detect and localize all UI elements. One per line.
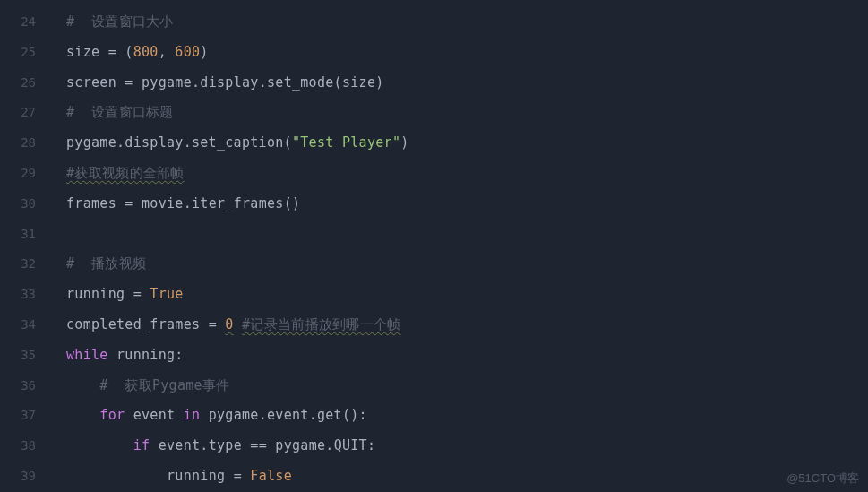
operator: =: [209, 316, 217, 332]
code-token: pygame.QUIT:: [267, 437, 375, 453]
code-line[interactable]: size = (800, 600): [66, 38, 868, 68]
code-token: event.type: [150, 437, 250, 453]
code-token: movie.iter_frames(): [133, 195, 301, 211]
keyword: while: [66, 347, 108, 363]
comment-text: # 设置窗口标题: [66, 104, 174, 120]
number-literal: 0: [225, 316, 233, 332]
space: [217, 316, 225, 332]
comment-text: #记录当前播放到哪一个帧: [242, 316, 401, 332]
code-token: pygame.display.set_mode(size): [133, 74, 384, 91]
line-number-gutter: 24 25 26 27 28 29 30 31 32 33 34 35 36 3…: [0, 0, 48, 492]
code-token: size: [66, 44, 108, 60]
code-token: completed_frames: [66, 316, 209, 332]
comment-text: # 播放视频: [66, 255, 146, 272]
line-number: 34: [0, 310, 36, 341]
code-line[interactable]: completed_frames = 0 #记录当前播放到哪一个帧: [66, 310, 868, 341]
line-number: 37: [0, 401, 36, 431]
line-number: 36: [0, 371, 36, 401]
code-line[interactable]: pygame.display.set_caption("Test Player"…: [66, 128, 868, 159]
code-token: ): [200, 44, 208, 60]
code-token: screen: [66, 74, 125, 91]
comment-text: #获取视频的全部帧: [66, 165, 185, 181]
operator: =: [125, 74, 133, 91]
keyword: if: [133, 437, 150, 453]
code-token: (: [116, 44, 133, 60]
line-number: 26: [0, 68, 36, 99]
constant: True: [150, 286, 183, 302]
code-token: ,: [159, 44, 176, 60]
code-line[interactable]: [66, 220, 868, 250]
string-literal: "Test Player": [292, 134, 400, 151]
constant: False: [250, 468, 292, 484]
line-number: 30: [0, 189, 36, 220]
line-number: 35: [0, 341, 36, 371]
code-token: ): [400, 134, 408, 151]
indent: [66, 407, 99, 423]
comment-text: # 获取Pygame事件: [99, 377, 229, 393]
indent: [66, 437, 133, 453]
space: [242, 468, 250, 484]
code-line[interactable]: while running:: [66, 341, 868, 371]
keyword: in: [184, 407, 201, 423]
line-number: 32: [0, 249, 36, 280]
line-number: 29: [0, 159, 36, 189]
space: [234, 316, 242, 332]
code-token: frames: [66, 195, 125, 211]
operator: =: [108, 44, 116, 60]
code-line[interactable]: screen = pygame.display.set_mode(size): [66, 68, 868, 99]
indent: [66, 377, 99, 393]
code-line[interactable]: running = True: [66, 280, 868, 310]
code-line[interactable]: # 设置窗口标题: [66, 98, 868, 128]
operator: =: [125, 195, 133, 211]
code-line[interactable]: for event in pygame.event.get():: [66, 401, 868, 431]
code-line[interactable]: running = False: [66, 462, 868, 492]
code-line[interactable]: # 设置窗口大小: [66, 7, 868, 38]
code-token: running: [167, 468, 234, 484]
code-editor: 24 25 26 27 28 29 30 31 32 33 34 35 36 3…: [0, 0, 868, 492]
operator: =: [133, 286, 142, 302]
code-token: running:: [108, 347, 184, 363]
code-line[interactable]: # 获取Pygame事件: [66, 371, 868, 401]
code-line[interactable]: frames = movie.iter_frames(): [66, 189, 868, 220]
comment-text: # 设置窗口大小: [66, 13, 174, 30]
line-number: 28: [0, 128, 36, 159]
line-number: 39: [0, 462, 36, 492]
code-area[interactable]: # 设置窗口大小 size = (800, 600) screen = pyga…: [48, 0, 868, 492]
operator: =: [234, 468, 242, 484]
space: [142, 286, 150, 302]
watermark-text: @51CTO博客: [786, 470, 859, 487]
code-token: event: [125, 407, 183, 423]
operator: ==: [250, 437, 267, 453]
code-token: pygame.display.set_caption(: [66, 134, 292, 151]
code-token: running: [66, 286, 133, 302]
keyword: for: [99, 407, 125, 423]
code-line[interactable]: #获取视频的全部帧: [66, 159, 868, 189]
number-literal: 600: [175, 44, 200, 60]
line-number: 25: [0, 38, 36, 68]
code-token: pygame.event.get():: [200, 407, 367, 423]
line-number: 24: [0, 7, 36, 38]
line-number: 31: [0, 220, 36, 250]
indent: [66, 468, 167, 484]
code-line[interactable]: if event.type == pygame.QUIT:: [66, 431, 868, 462]
number-literal: 800: [133, 44, 159, 60]
code-line[interactable]: # 播放视频: [66, 249, 868, 280]
line-number: 38: [0, 431, 36, 462]
line-number: 33: [0, 280, 36, 310]
line-number: 27: [0, 98, 36, 128]
